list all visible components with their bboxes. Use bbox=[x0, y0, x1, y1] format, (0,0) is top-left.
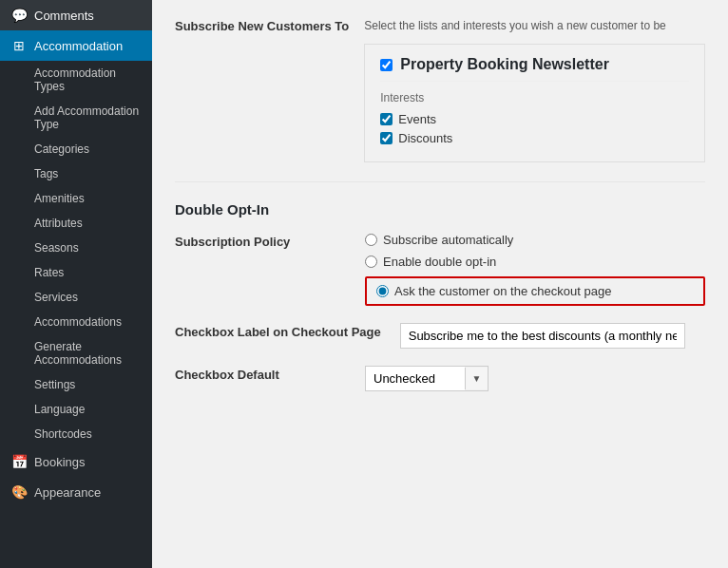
sidebar-item-accommodation-types[interactable]: Accommodation Types bbox=[23, 61, 152, 99]
radio-ask-checkout-label: Ask the customer on the checkout page bbox=[394, 284, 611, 298]
comments-icon: 💬 bbox=[11, 8, 27, 23]
radio-double-optin-label: Enable double opt-in bbox=[383, 255, 496, 269]
interest-discounts-row: Discounts bbox=[380, 131, 689, 145]
subscription-policy-label: Subscription Policy bbox=[175, 233, 346, 249]
checkbox-label-field-label: Checkbox Label on Checkout Page bbox=[175, 323, 381, 339]
radio-subscribe-auto-label: Subscribe automatically bbox=[383, 233, 513, 247]
double-optin-title: Double Opt-In bbox=[175, 201, 705, 218]
sidebar-item-bookings[interactable]: 📅 Bookings bbox=[0, 446, 152, 477]
sidebar-item-amenities[interactable]: Amenities bbox=[23, 186, 152, 211]
subscribe-section: Subscribe New Customers To Select the li… bbox=[175, 19, 705, 162]
sidebar-item-add-accommodation-type[interactable]: Add Accommodation Type bbox=[23, 99, 152, 137]
sidebar-item-accommodations[interactable]: Accommodations bbox=[23, 310, 152, 334]
sidebar-item-accommodation[interactable]: ⊞ Accommodation bbox=[0, 30, 152, 61]
checkbox-default-select[interactable]: Unchecked Checked bbox=[366, 367, 465, 390]
checkbox-default-select-wrapper: Unchecked Checked ▼ bbox=[365, 366, 489, 391]
checkbox-default-label: Checkbox Default bbox=[175, 366, 346, 382]
sidebar-item-generate-accommodations[interactable]: Generate Accommodations bbox=[23, 334, 152, 372]
select-arrow-icon: ▼ bbox=[465, 368, 488, 389]
sidebar-item-appearance[interactable]: 🎨 Appearance bbox=[0, 477, 152, 507]
bookings-icon: 📅 bbox=[11, 454, 27, 469]
sidebar-item-shortcodes[interactable]: Shortcodes bbox=[23, 422, 152, 446]
sidebar: 💬 Comments ⊞ Accommodation Accommodation… bbox=[0, 0, 152, 568]
newsletter-title: Property Booking Newsletter bbox=[400, 56, 609, 73]
double-optin-section: Double Opt-In Subscription Policy Subscr… bbox=[175, 201, 705, 391]
sidebar-sub-accommodation: Accommodation Types Add Accommodation Ty… bbox=[0, 61, 152, 446]
radio-ask-checkout: Ask the customer on the checkout page bbox=[365, 276, 705, 306]
subscribe-right: Select the lists and interests you wish … bbox=[364, 19, 705, 162]
checkbox-label-controls bbox=[400, 323, 705, 349]
interest-events-row: Events bbox=[380, 112, 689, 126]
checkbox-label-row: Checkbox Label on Checkout Page bbox=[175, 323, 705, 349]
checkbox-default-row: Checkbox Default Unchecked Checked ▼ bbox=[175, 366, 705, 391]
newsletter-title-row: Property Booking Newsletter bbox=[380, 56, 689, 82]
checkbox-label-input[interactable] bbox=[400, 323, 685, 349]
subscription-policy-row: Subscription Policy Subscribe automatica… bbox=[175, 233, 705, 306]
accommodation-icon: ⊞ bbox=[11, 38, 27, 53]
subscription-policy-controls: Subscribe automatically Enable double op… bbox=[365, 233, 705, 306]
sidebar-item-settings[interactable]: Settings bbox=[23, 372, 152, 397]
subscribe-label: Subscribe New Customers To bbox=[175, 19, 349, 162]
sidebar-item-comments[interactable]: 💬 Comments bbox=[0, 0, 152, 30]
interest-discounts-checkbox[interactable] bbox=[380, 132, 393, 144]
newsletter-checkbox[interactable] bbox=[380, 59, 393, 71]
subscribe-description: Select the lists and interests you wish … bbox=[364, 19, 705, 32]
interests-label: Interests bbox=[380, 91, 689, 104]
sidebar-item-language[interactable]: Language bbox=[23, 397, 152, 422]
interest-events-label: Events bbox=[398, 112, 436, 126]
radio-double-optin-input[interactable] bbox=[365, 256, 377, 268]
radio-subscribe-auto-input[interactable] bbox=[365, 234, 377, 246]
interest-discounts-label: Discounts bbox=[398, 131, 452, 145]
sidebar-item-categories[interactable]: Categories bbox=[23, 137, 152, 161]
interest-events-checkbox[interactable] bbox=[380, 113, 393, 125]
radio-subscribe-auto: Subscribe automatically bbox=[365, 233, 705, 247]
main-content: Subscribe New Customers To Select the li… bbox=[152, 0, 728, 568]
appearance-icon: 🎨 bbox=[11, 484, 27, 500]
sidebar-item-seasons[interactable]: Seasons bbox=[23, 236, 152, 260]
radio-ask-checkout-input[interactable] bbox=[376, 285, 389, 297]
sidebar-item-attributes[interactable]: Attributes bbox=[23, 211, 152, 236]
sidebar-item-tags[interactable]: Tags bbox=[23, 161, 152, 186]
sidebar-item-rates[interactable]: Rates bbox=[23, 260, 152, 285]
radio-double-optin: Enable double opt-in bbox=[365, 255, 705, 269]
newsletter-box: Property Booking Newsletter Interests Ev… bbox=[364, 44, 705, 162]
divider bbox=[175, 181, 705, 182]
checkbox-default-controls: Unchecked Checked ▼ bbox=[365, 366, 705, 391]
sidebar-item-services[interactable]: Services bbox=[23, 285, 152, 310]
